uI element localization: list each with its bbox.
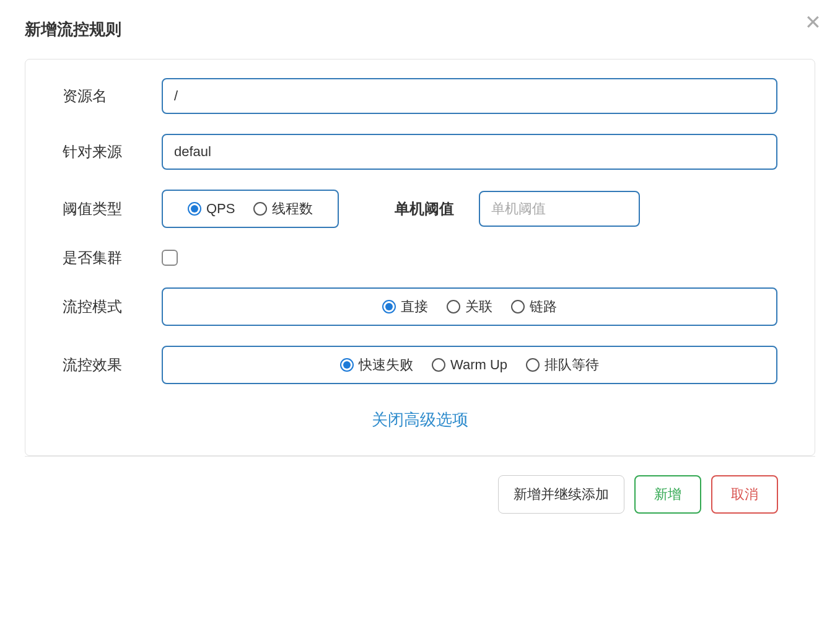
- effect-queue-label: 排队等待: [545, 356, 599, 374]
- effect-fail-fast[interactable]: 快速失败: [340, 356, 413, 374]
- threshold-type-threads[interactable]: 线程数: [253, 200, 313, 218]
- mode-chain[interactable]: 链路: [511, 297, 557, 316]
- cancel-button[interactable]: 取消: [711, 475, 778, 514]
- radio-unchecked-icon: [253, 202, 267, 216]
- effect-fail-fast-label: 快速失败: [359, 356, 413, 374]
- radio-checked-icon: [340, 358, 354, 372]
- mode-related[interactable]: 关联: [447, 297, 492, 316]
- radio-unchecked-icon: [511, 300, 525, 314]
- form-card: 资源名 针对来源 阈值类型 QPS: [25, 59, 815, 456]
- close-advanced-link[interactable]: 关闭高级选项: [63, 409, 777, 431]
- radio-unchecked-icon: [447, 300, 460, 314]
- mode-chain-label: 链路: [530, 297, 557, 316]
- source-row: 针对来源: [63, 134, 777, 170]
- effect-row: 流控效果 快速失败 Warm Up 排队等待: [63, 346, 777, 384]
- threshold-type-label: 阈值类型: [63, 199, 162, 219]
- source-input[interactable]: [162, 134, 777, 170]
- radio-unchecked-icon: [432, 358, 445, 372]
- effect-warm-up-label: Warm Up: [450, 357, 507, 373]
- radio-checked-icon: [188, 202, 201, 216]
- resource-input[interactable]: [162, 78, 777, 114]
- mode-related-label: 关联: [465, 297, 492, 316]
- resource-row: 资源名: [63, 78, 777, 114]
- effect-queue[interactable]: 排队等待: [526, 356, 599, 374]
- add-button[interactable]: 新增: [634, 475, 701, 514]
- flow-rule-modal: 新增流控规则 ✕ 资源名 针对来源 阈值类型: [0, 0, 840, 627]
- mode-group: 直接 关联 链路: [162, 287, 777, 326]
- threshold-type-qps-label: QPS: [206, 201, 235, 217]
- source-label: 针对来源: [63, 142, 162, 162]
- modal-header: 新增流控规则 ✕: [0, 0, 840, 53]
- threshold-type-threads-label: 线程数: [272, 200, 313, 218]
- modal-title: 新增流控规则: [25, 19, 815, 40]
- cluster-checkbox[interactable]: [162, 250, 178, 266]
- effect-label: 流控效果: [63, 355, 162, 375]
- add-continue-button[interactable]: 新增并继续添加: [498, 475, 624, 514]
- resource-label: 资源名: [63, 86, 162, 106]
- mode-label: 流控模式: [63, 297, 162, 317]
- mode-row: 流控模式 直接 关联 链路: [63, 287, 777, 326]
- modal-footer: 新增并继续添加 新增 取消: [25, 456, 815, 532]
- radio-checked-icon: [382, 300, 396, 314]
- effect-group: 快速失败 Warm Up 排队等待: [162, 346, 777, 384]
- threshold-type-row: 阈值类型 QPS 线程数 单机阈值: [63, 190, 777, 228]
- cluster-row: 是否集群: [63, 248, 777, 268]
- threshold-type-qps[interactable]: QPS: [188, 201, 235, 217]
- cluster-label: 是否集群: [63, 248, 162, 268]
- single-threshold-label: 单机阈值: [395, 199, 454, 219]
- radio-unchecked-icon: [526, 358, 540, 372]
- single-threshold-input[interactable]: [479, 191, 640, 227]
- threshold-type-group: QPS 线程数: [162, 190, 339, 228]
- modal-body: 资源名 针对来源 阈值类型 QPS: [0, 53, 840, 551]
- effect-warm-up[interactable]: Warm Up: [432, 357, 507, 373]
- mode-direct-label: 直接: [401, 297, 428, 316]
- close-icon[interactable]: ✕: [805, 12, 821, 32]
- mode-direct[interactable]: 直接: [382, 297, 428, 316]
